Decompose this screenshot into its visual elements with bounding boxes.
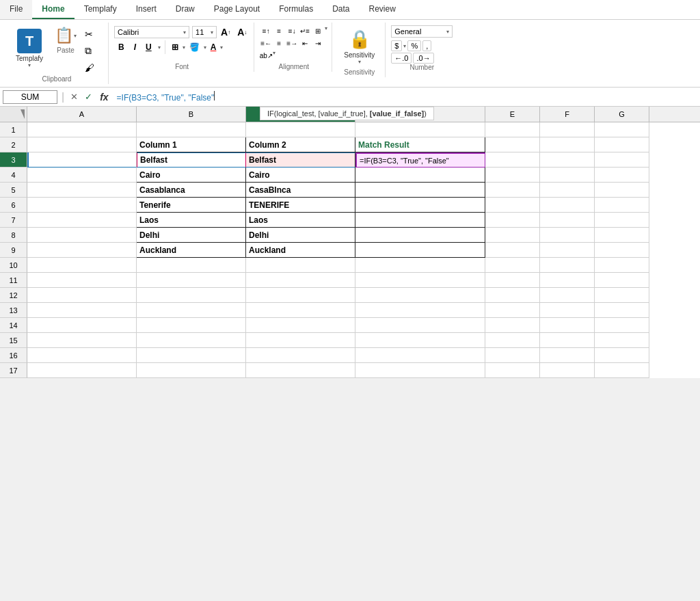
cell-f3[interactable] xyxy=(540,152,595,168)
cell-d2[interactable]: Match Result xyxy=(355,137,485,152)
formula-input[interactable]: =IF(B3=C3, "True", "False" xyxy=(114,90,697,104)
cell-f1[interactable] xyxy=(540,122,595,137)
fill-color-button[interactable]: 🪣 xyxy=(187,41,202,53)
cell-f8[interactable] xyxy=(540,228,595,243)
cell-c1[interactable] xyxy=(246,122,355,137)
center-align-button[interactable]: ≡ xyxy=(273,38,285,49)
cell-f7[interactable] xyxy=(540,213,595,228)
cell-a2[interactable] xyxy=(27,137,137,152)
cell-d1[interactable] xyxy=(355,122,485,137)
row-header-12[interactable]: 12 xyxy=(0,288,27,303)
row-header-4[interactable]: 4 xyxy=(0,168,27,183)
row-header-15[interactable]: 15 xyxy=(0,333,27,348)
row-header-5[interactable]: 5 xyxy=(0,183,27,198)
row-header-2[interactable]: 2 xyxy=(0,137,27,152)
cell-c4[interactable]: Cairo xyxy=(246,168,355,183)
bold-button[interactable]: B xyxy=(114,41,129,53)
cell-a5[interactable] xyxy=(27,183,137,198)
top-align-button[interactable]: ≡↑ xyxy=(260,25,272,36)
cell-g3[interactable] xyxy=(595,152,649,168)
cell-b8[interactable]: Delhi xyxy=(137,228,246,243)
font-increase-button[interactable]: A↑ xyxy=(218,25,233,39)
cell-e7[interactable] xyxy=(485,213,540,228)
cell-b1[interactable] xyxy=(137,122,246,137)
cell-f6[interactable] xyxy=(540,198,595,213)
cell-f2[interactable] xyxy=(540,137,595,152)
cancel-button[interactable]: ✕ xyxy=(68,92,80,102)
tab-formulas[interactable]: Formulas xyxy=(269,0,323,19)
tab-page-layout[interactable]: Page Layout xyxy=(204,0,269,19)
cell-a1[interactable] xyxy=(27,122,137,137)
tab-review[interactable]: Review xyxy=(360,0,405,19)
templafy-button[interactable]: T Templafy ▾ xyxy=(10,25,49,72)
middle-align-button[interactable]: ≡ xyxy=(273,25,285,36)
cell-d8[interactable] xyxy=(355,228,485,243)
number-format-dropdown[interactable]: General ▾ xyxy=(391,25,453,38)
cell-b7[interactable]: Laos xyxy=(137,213,246,228)
cell-c5[interactable]: CasaBlnca xyxy=(246,183,355,198)
format-painter-button[interactable]: 🖌 xyxy=(82,60,104,75)
row-header-3[interactable]: 3 xyxy=(0,152,27,168)
cell-d3[interactable]: =IF(B3=C3, "True", "False" xyxy=(355,152,485,168)
orientation-button[interactable]: ab↗ xyxy=(260,50,272,61)
comma-button[interactable]: , xyxy=(422,40,431,51)
row-header-7[interactable]: 7 xyxy=(0,213,27,228)
tab-insert[interactable]: Insert xyxy=(126,0,166,19)
cell-d4[interactable] xyxy=(355,168,485,183)
cell-c9[interactable]: Auckland xyxy=(246,243,355,258)
cell-b4[interactable]: Cairo xyxy=(137,168,246,183)
cell-g10[interactable] xyxy=(595,258,649,273)
cell-g2[interactable] xyxy=(595,137,649,152)
cell-d7[interactable] xyxy=(355,213,485,228)
tab-home[interactable]: Home xyxy=(32,0,74,19)
cell-e2[interactable] xyxy=(485,137,540,152)
cell-d10[interactable] xyxy=(355,258,485,273)
decrease-indent-button[interactable]: ⇤ xyxy=(299,38,311,49)
cell-g4[interactable] xyxy=(595,168,649,183)
italic-button[interactable]: I xyxy=(130,41,140,53)
cell-b10[interactable] xyxy=(137,258,246,273)
col-header-e[interactable]: E xyxy=(485,107,540,122)
cell-b9[interactable]: Auckland xyxy=(137,243,246,258)
wrap-text-button[interactable]: ↵≡ xyxy=(299,25,311,36)
row-header-9[interactable]: 9 xyxy=(0,243,27,258)
cell-f5[interactable] xyxy=(540,183,595,198)
cell-d5[interactable] xyxy=(355,183,485,198)
cell-a9[interactable] xyxy=(27,243,137,258)
paste-button[interactable]: 📋 ▾ xyxy=(51,25,81,46)
cell-c7[interactable]: Laos xyxy=(246,213,355,228)
corner-cell[interactable] xyxy=(0,107,27,122)
cell-e8[interactable] xyxy=(485,228,540,243)
cell-a7[interactable] xyxy=(27,213,137,228)
cell-g7[interactable] xyxy=(595,213,649,228)
cell-e4[interactable] xyxy=(485,168,540,183)
row-header-6[interactable]: 6 xyxy=(0,198,27,213)
cell-c8[interactable]: Delhi xyxy=(246,228,355,243)
percent-button[interactable]: % xyxy=(407,40,421,51)
tab-templafy[interactable]: Templafy xyxy=(75,0,126,19)
cell-a8[interactable] xyxy=(27,228,137,243)
tab-file[interactable]: File xyxy=(0,0,32,19)
cell-d9[interactable] xyxy=(355,243,485,258)
row-header-13[interactable]: 13 xyxy=(0,303,27,318)
cell-e6[interactable] xyxy=(485,198,540,213)
cell-c3[interactable]: Belfast xyxy=(246,152,355,168)
cell-b2[interactable]: Column 1 xyxy=(137,137,246,152)
cell-b5[interactable]: Casablanca xyxy=(137,183,246,198)
merge-button[interactable]: ⊞ xyxy=(312,25,324,36)
col-header-a[interactable]: A xyxy=(27,107,137,122)
cell-e3[interactable] xyxy=(485,152,540,168)
cell-d6[interactable] xyxy=(355,198,485,213)
right-align-button[interactable]: ≡→ xyxy=(286,38,298,49)
cell-f10[interactable] xyxy=(540,258,595,273)
sensitivity-button[interactable]: 🔒 Sensitivity ▾ xyxy=(338,25,381,68)
cut-button[interactable]: ✂ xyxy=(82,27,104,42)
row-header-14[interactable]: 14 xyxy=(0,318,27,333)
cell-e1[interactable] xyxy=(485,122,540,137)
cell-g5[interactable] xyxy=(595,183,649,198)
row-header-8[interactable]: 8 xyxy=(0,228,27,243)
cell-a6[interactable] xyxy=(27,198,137,213)
cell-b3[interactable]: Belfast xyxy=(137,152,246,168)
font-decrease-button[interactable]: A↓ xyxy=(234,25,250,39)
name-box[interactable] xyxy=(3,90,57,104)
